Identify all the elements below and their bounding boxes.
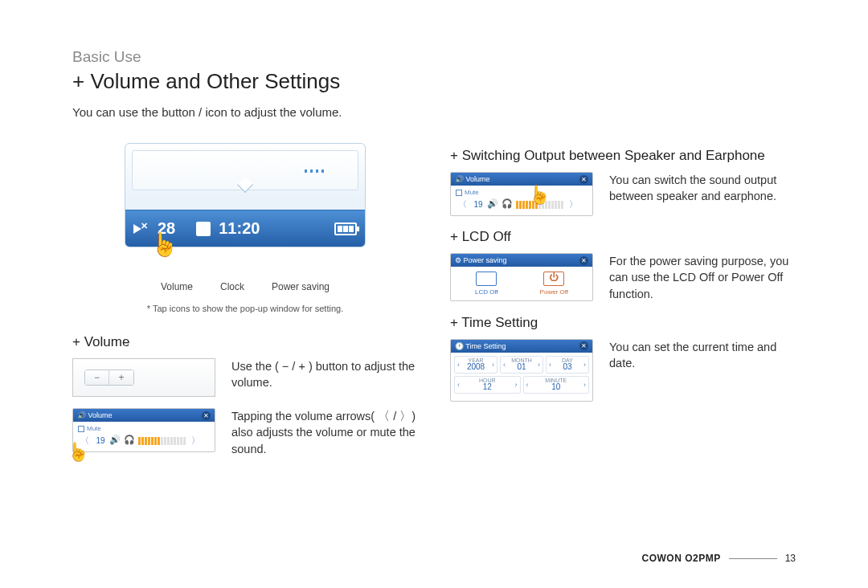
label-power-saving: Power saving: [272, 281, 330, 292]
mute-checkbox[interactable]: Mute: [78, 425, 210, 432]
lcd-off-option[interactable]: LCD Off: [475, 272, 498, 296]
breadcrumb: Basic Use: [72, 48, 796, 66]
speaker-icon[interactable]: [487, 200, 498, 210]
minus-button[interactable]: −: [85, 370, 109, 385]
lcd-off-heading: LCD Off: [450, 229, 796, 245]
volume-level: 19: [95, 436, 106, 445]
time-setting-popup-figure: 🕐 Time Setting ✕ YEAR2008 MONTH01 DAY03 …: [450, 339, 593, 402]
year-stepper[interactable]: YEAR2008: [454, 356, 497, 374]
brand-text: COWON O2PMP: [641, 553, 720, 564]
tap-note: * Tap icons to show the pop-up window fo…: [72, 304, 418, 313]
left-column: 28 11:20 ☝ Volume Clock Power saving * T…: [72, 135, 418, 468]
volume-icon: [133, 222, 149, 236]
plus-button[interactable]: +: [109, 370, 133, 385]
popup-title: 🔊 Volume: [77, 411, 113, 419]
time-setting-text: You can set the current time and date.: [609, 339, 796, 372]
intro-text: You can use the button / icon to adjust …: [72, 105, 796, 119]
output-heading: Switching Output between Speaker and Ear…: [450, 148, 796, 164]
power-saving-popup-figure: ⚙ Power saving ✕ LCD Off Power Off: [450, 253, 593, 301]
headphone-icon[interactable]: [502, 200, 513, 210]
headphone-icon[interactable]: [124, 436, 135, 446]
volume-bars: [138, 437, 186, 445]
popup-title: 🕐 Time Setting: [455, 342, 506, 350]
hardware-volume-buttons-figure: − +: [72, 358, 215, 397]
page-footer: COWON O2PMP 13: [641, 553, 796, 564]
label-clock: Clock: [220, 281, 244, 292]
close-icon[interactable]: ✕: [579, 341, 588, 350]
lcd-off-text: For the power saving purpose, you can us…: [609, 253, 796, 302]
mute-checkbox[interactable]: Mute: [456, 189, 588, 196]
statusbar-labels: Volume Clock Power saving: [72, 281, 418, 292]
hour-stepper[interactable]: HOUR12: [454, 376, 521, 394]
popup-title: 🔊 Volume: [455, 175, 490, 183]
power-off-option[interactable]: Power Off: [540, 272, 568, 296]
close-icon[interactable]: ✕: [202, 411, 211, 420]
page-title: + Volume and Other Settings: [72, 69, 796, 94]
page-number: 13: [785, 553, 796, 564]
pointer-hand-icon: ☝: [529, 185, 551, 206]
speaker-icon[interactable]: [109, 436, 121, 446]
close-icon[interactable]: ✕: [579, 175, 588, 184]
volume-heading: Volume: [72, 334, 418, 350]
right-column: Switching Output between Speaker and Ear…: [450, 135, 796, 468]
close-icon[interactable]: ✕: [579, 256, 588, 265]
hardware-volume-text: Use the ( − / + ) button to adjust the v…: [231, 358, 418, 391]
popup-title: ⚙ Power saving: [455, 256, 507, 264]
output-text: You can switch the sound output between …: [609, 172, 796, 205]
time-setting-heading: Time Setting: [450, 315, 796, 331]
volume-level: 19: [473, 200, 484, 209]
pointer-hand-icon: ☝: [150, 231, 178, 258]
battery-icon: [334, 223, 357, 235]
label-volume: Volume: [161, 281, 193, 292]
volume-increase-arrow[interactable]: 〉: [567, 198, 580, 210]
volume-decrease-arrow[interactable]: 〈: [456, 198, 469, 210]
output-popup-figure: 🔊 Volume ✕ Mute 〈 19 〉: [450, 172, 593, 216]
volume-popup-text: Tapping the volume arrows( 〈 / 〉) also a…: [231, 408, 418, 457]
volume-increase-arrow[interactable]: 〉: [189, 435, 203, 447]
month-stepper[interactable]: MONTH01: [500, 356, 543, 374]
pointer-hand-icon: ☝: [68, 442, 89, 463]
minute-stepper[interactable]: MINUTE10: [523, 376, 590, 394]
clock-icon: [196, 222, 211, 236]
statusbar-time: 11:20: [219, 219, 260, 238]
volume-popup-figure: 🔊 Volume ✕ Mute 〈 19 〉: [72, 408, 215, 452]
day-stepper[interactable]: DAY03: [546, 356, 589, 374]
